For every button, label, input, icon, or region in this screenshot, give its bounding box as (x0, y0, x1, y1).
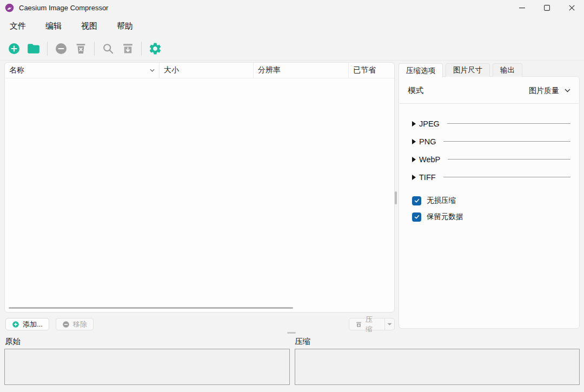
add-files-button[interactable] (7, 42, 21, 56)
column-size-label: 大小 (164, 65, 179, 75)
chevron-down-icon (565, 89, 570, 92)
app-window: Caesium Image Compressor 文件 编辑 视图 帮助 (0, 0, 584, 392)
tab-image-size[interactable]: 图片尺寸 (446, 63, 490, 77)
column-header-resolution[interactable]: 分辨率 (254, 63, 349, 78)
option-checkboxes: 无损压缩 保留元数据 (399, 186, 579, 225)
add-files-icon (8, 42, 21, 55)
preview-magnifier-icon (102, 42, 115, 55)
add-button-label: 添加... (23, 320, 43, 329)
close-button[interactable] (559, 0, 584, 15)
file-list-panel: 名称 大小 分辨率 已节省 (4, 62, 395, 313)
compress-button[interactable]: 压缩 (349, 318, 385, 330)
dropdown-arrow-icon (387, 323, 392, 326)
checkbox-checked-icon[interactable] (412, 196, 421, 205)
compress-icon (121, 42, 135, 55)
mode-select[interactable]: 图片质量 (529, 86, 570, 96)
menu-edit[interactable]: 编辑 (36, 18, 71, 35)
format-section-jpeg[interactable]: JPEG (412, 115, 570, 132)
compress-toolbar-button[interactable] (121, 42, 135, 56)
clear-list-button[interactable] (74, 42, 88, 56)
mode-label: 模式 (408, 85, 423, 96)
checkbox-label: 保留元数据 (427, 212, 463, 222)
compression-options-panel: 模式 图片质量 JPEG PNG WebP (399, 76, 580, 329)
mode-select-value: 图片质量 (529, 86, 559, 96)
compress-dropdown-button[interactable] (384, 318, 395, 330)
original-preview-label: 原始 (5, 336, 21, 347)
sort-chevron-icon (150, 69, 155, 72)
lossless-compression-option[interactable]: 无损压缩 (412, 192, 570, 209)
checkbox-checked-icon[interactable] (412, 212, 421, 222)
maximize-icon (544, 5, 550, 11)
column-header-name[interactable]: 名称 (5, 63, 160, 78)
format-divider-line (448, 159, 570, 160)
expand-triangle-icon (412, 121, 416, 127)
file-list-body[interactable] (5, 78, 394, 305)
settings-tabs: 压缩选项 图片尺寸 输出 (399, 63, 522, 77)
toolbar-separator (141, 42, 142, 56)
clear-list-icon (74, 42, 88, 55)
toolbar-separator (47, 42, 48, 56)
format-divider-line (447, 123, 570, 124)
column-name-label: 名称 (9, 65, 24, 75)
add-folder-button[interactable] (26, 42, 41, 56)
remove-item-button[interactable] (54, 42, 68, 56)
format-section-list: JPEG PNG WebP TIFF (399, 104, 579, 186)
column-saved-label: 已节省 (353, 65, 376, 75)
toolbar-separator (94, 42, 95, 56)
close-icon (569, 5, 575, 11)
checkbox-label: 无损压缩 (427, 196, 456, 205)
format-divider-line (443, 177, 570, 177)
remove-button[interactable]: 移除 (56, 318, 94, 330)
tab-label: 图片尺寸 (453, 65, 482, 75)
remove-icon (62, 321, 70, 328)
compress-icon (355, 321, 362, 328)
format-label: WebP (419, 155, 440, 164)
app-logo-icon (5, 3, 14, 12)
title-bar: Caesium Image Compressor (0, 0, 584, 15)
splitter-handle[interactable] (395, 191, 397, 204)
window-title: Caesium Image Compressor (19, 4, 108, 12)
preview-button[interactable] (101, 42, 115, 56)
add-button[interactable]: 添加... (5, 318, 49, 330)
expand-triangle-icon (412, 157, 416, 162)
menu-file[interactable]: 文件 (0, 18, 36, 35)
keep-metadata-option[interactable]: 保留元数据 (412, 209, 570, 225)
remove-item-icon (55, 42, 68, 55)
toolbar (0, 37, 584, 61)
format-section-webp[interactable]: WebP (412, 150, 570, 168)
original-preview-pane (4, 349, 290, 385)
tab-label: 输出 (500, 65, 515, 75)
minimize-icon (519, 5, 525, 11)
maximize-button[interactable] (534, 0, 559, 15)
add-folder-icon (26, 42, 41, 56)
compressed-preview-label: 压缩 (295, 336, 310, 347)
format-divider-line (443, 141, 570, 142)
format-section-tiff[interactable]: TIFF (412, 168, 570, 186)
horizontal-scrollbar[interactable] (9, 307, 293, 309)
expand-triangle-icon (412, 139, 416, 144)
settings-gear-icon (148, 42, 162, 56)
check-mark-icon (414, 214, 420, 220)
window-controls (509, 0, 584, 15)
settings-button[interactable] (148, 42, 162, 56)
format-label: PNG (419, 137, 436, 146)
tab-compression-options[interactable]: 压缩选项 (399, 63, 443, 77)
check-mark-icon (414, 197, 420, 204)
mode-row: 模式 图片质量 (399, 77, 579, 103)
compressed-preview-pane (295, 349, 580, 385)
column-header-saved[interactable]: 已节省 (349, 63, 394, 78)
file-list-header: 名称 大小 分辨率 已节省 (5, 63, 394, 78)
tab-output[interactable]: 输出 (493, 63, 522, 77)
minimize-button[interactable] (509, 0, 534, 15)
remove-button-label: 移除 (73, 320, 87, 329)
menu-help[interactable]: 帮助 (107, 18, 143, 35)
menu-view[interactable]: 视图 (71, 18, 107, 35)
format-section-png[interactable]: PNG (412, 132, 570, 150)
bottom-splitter-handle[interactable] (287, 332, 296, 334)
format-label: JPEG (419, 119, 440, 128)
format-label: TIFF (419, 173, 436, 182)
expand-triangle-icon (412, 175, 416, 180)
compress-button-label: 压缩 (366, 315, 379, 334)
add-icon (12, 321, 19, 328)
column-header-size[interactable]: 大小 (160, 63, 254, 78)
